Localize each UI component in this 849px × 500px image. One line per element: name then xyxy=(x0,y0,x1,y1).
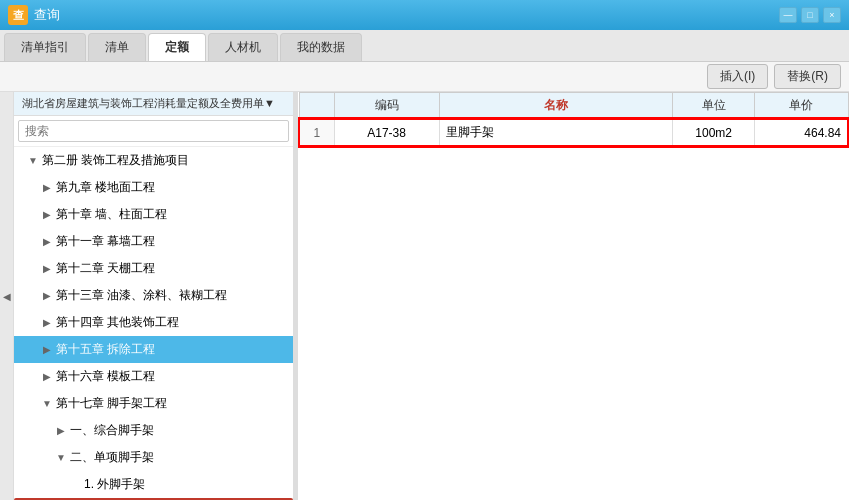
replace-button[interactable]: 替换(R) xyxy=(774,64,841,89)
tree-toggle-chap15[interactable]: ▶ xyxy=(40,344,54,355)
search-box xyxy=(14,116,293,147)
col-unit: 单位 xyxy=(673,93,755,120)
tree-label-item1: 1. 外脚手架 xyxy=(82,476,145,493)
tree-label-vol2: 第二册 装饰工程及措施项目 xyxy=(40,152,189,169)
result-table: 编码 名称 单位 单价 1A17-38里脚手架100m2464.84 xyxy=(298,92,849,147)
right-panel: 编码 名称 单位 单价 1A17-38里脚手架100m2464.84 xyxy=(298,92,849,500)
tree-label-chap16: 第十六章 模板工程 xyxy=(54,368,155,385)
tree-label-chap12: 第十二章 天棚工程 xyxy=(54,260,155,277)
maximize-button[interactable]: □ xyxy=(801,7,819,23)
tree-toggle-chap9[interactable]: ▶ xyxy=(40,182,54,193)
tree-toggle-chap11[interactable]: ▶ xyxy=(40,236,54,247)
tree-toggle-cat1[interactable]: ▶ xyxy=(54,425,68,436)
tree-toggle-cat2[interactable]: ▼ xyxy=(54,452,68,463)
tree-toggle-chap10[interactable]: ▶ xyxy=(40,209,54,220)
col-name: 名称 xyxy=(439,93,673,120)
tree-item-cat1[interactable]: ▶ 一、综合脚手架 xyxy=(14,417,293,444)
toolbar: 插入(I) 替换(R) xyxy=(0,62,849,92)
tree-label-chap15: 第十五章 拆除工程 xyxy=(54,341,155,358)
tree-label-cat2: 二、单项脚手架 xyxy=(68,449,154,466)
left-panel: 湖北省房屋建筑与装饰工程消耗量定额及全费用单▼ ▼ 第二册 装饰工程及措施项目 … xyxy=(14,92,294,500)
tree-item-chap16[interactable]: ▶ 第十六章 模板工程 xyxy=(14,363,293,390)
tree-toggle-chap16[interactable]: ▶ xyxy=(40,371,54,382)
cell-name: 里脚手架 xyxy=(439,119,673,146)
filter-header[interactable]: 湖北省房屋建筑与装饰工程消耗量定额及全费用单▼ xyxy=(14,92,293,116)
tree-label-chap10: 第十章 墙、柱面工程 xyxy=(54,206,167,223)
tree-item-chap11[interactable]: ▶ 第十一章 幕墙工程 xyxy=(14,228,293,255)
table-row[interactable]: 1A17-38里脚手架100m2464.84 xyxy=(299,119,848,146)
tab-list-guide[interactable]: 清单指引 xyxy=(4,33,86,61)
tree-label-cat1: 一、综合脚手架 xyxy=(68,422,154,439)
minimize-button[interactable]: — xyxy=(779,7,797,23)
tree-label-chap13: 第十三章 油漆、涂料、裱糊工程 xyxy=(54,287,227,304)
window-title: 查询 xyxy=(34,6,779,24)
tree-item-chap12[interactable]: ▶ 第十二章 天棚工程 xyxy=(14,255,293,282)
tree-item-cat2[interactable]: ▼ 二、单项脚手架 xyxy=(14,444,293,471)
tab-my-data[interactable]: 我的数据 xyxy=(280,33,362,61)
tree-toggle-chap17[interactable]: ▼ xyxy=(40,398,54,409)
title-bar: 查 查询 — □ × xyxy=(0,0,849,30)
tree-container: ▼ 第二册 装饰工程及措施项目 ▶ 第九章 楼地面工程 ▶ 第十章 墙、柱面工程 xyxy=(14,147,293,500)
tree-item-chap13[interactable]: ▶ 第十三章 油漆、涂料、裱糊工程 xyxy=(14,282,293,309)
col-price: 单价 xyxy=(755,93,848,120)
app-icon: 查 xyxy=(8,5,28,25)
tree-label-chap11: 第十一章 幕墙工程 xyxy=(54,233,155,250)
tree-toggle-vol2[interactable]: ▼ xyxy=(26,155,40,166)
tree-label-chap17: 第十七章 脚手架工程 xyxy=(54,395,167,412)
tree-item-chap9[interactable]: ▶ 第九章 楼地面工程 xyxy=(14,174,293,201)
tree-toggle-chap12[interactable]: ▶ xyxy=(40,263,54,274)
tab-bar: 清单指引 清单 定额 人材机 我的数据 xyxy=(0,30,849,62)
tab-material[interactable]: 人材机 xyxy=(208,33,278,61)
tree-item-item1[interactable]: 1. 外脚手架 xyxy=(14,471,293,498)
tree-label-chap9: 第九章 楼地面工程 xyxy=(54,179,155,196)
tree-toggle-chap13[interactable]: ▶ xyxy=(40,290,54,301)
cell-num: 1 xyxy=(299,119,334,146)
insert-button[interactable]: 插入(I) xyxy=(707,64,768,89)
tree-toggle-chap14[interactable]: ▶ xyxy=(40,317,54,328)
close-button[interactable]: × xyxy=(823,7,841,23)
cell-price: 464.84 xyxy=(755,119,848,146)
left-expand-strip[interactable]: ◀ xyxy=(0,92,14,500)
cell-unit: 100m2 xyxy=(673,119,755,146)
col-code: 编码 xyxy=(334,93,439,120)
tab-quota[interactable]: 定额 xyxy=(148,33,206,61)
tree-item-vol2[interactable]: ▼ 第二册 装饰工程及措施项目 xyxy=(14,147,293,174)
tree-item-chap14[interactable]: ▶ 第十四章 其他装饰工程 xyxy=(14,309,293,336)
tree-item-chap10[interactable]: ▶ 第十章 墙、柱面工程 xyxy=(14,201,293,228)
tree-item-chap17[interactable]: ▼ 第十七章 脚手架工程 xyxy=(14,390,293,417)
cell-code: A17-38 xyxy=(334,119,439,146)
main-content: ◀ 湖北省房屋建筑与装饰工程消耗量定额及全费用单▼ ▼ 第二册 装饰工程及措施项… xyxy=(0,92,849,500)
search-input[interactable] xyxy=(18,120,289,142)
window-controls: — □ × xyxy=(779,7,841,23)
tree-item-chap15[interactable]: ▶ 第十五章 拆除工程 xyxy=(14,336,293,363)
tab-list[interactable]: 清单 xyxy=(88,33,146,61)
tree-label-chap14: 第十四章 其他装饰工程 xyxy=(54,314,179,331)
col-num xyxy=(299,93,334,120)
